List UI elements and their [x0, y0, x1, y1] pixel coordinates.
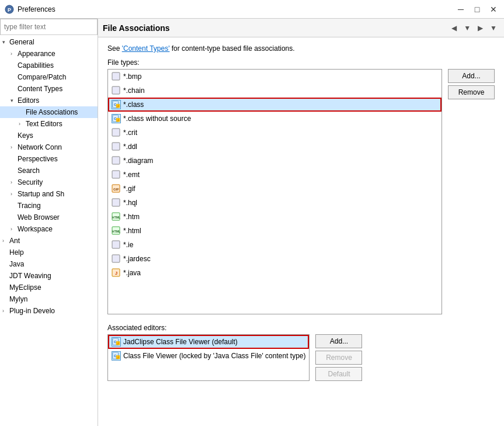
tree-item-content-types[interactable]: Content Types [0, 83, 98, 95]
assoc-row: CJJadClipse Class File Viewer (default)C… [107, 334, 495, 381]
titlebar: P Preferences ─ □ ✕ [0, 0, 504, 19]
svg-text:HTML: HTML [112, 216, 120, 219]
tree-arrow-general: ▾ [2, 39, 9, 45]
tree-label-appearance: Appearance [18, 50, 55, 58]
tree-label-help: Help [9, 248, 24, 257]
list-item[interactable]: *.ie [108, 238, 442, 252]
tree-item-workspace[interactable]: ›Workspace [0, 223, 98, 235]
back-button[interactable]: ◀ [449, 23, 459, 33]
file-type-icon: CJ [112, 100, 121, 109]
file-type-icon [112, 156, 121, 165]
list-item[interactable]: *.hql [108, 196, 442, 210]
tree-item-file-associations[interactable]: File Associations [0, 106, 98, 118]
file-type-label: *.ddl [123, 143, 137, 151]
tree-label-jdt-weaving: JDT Weaving [9, 272, 51, 280]
tree-item-web-browser[interactable]: Web Browser [0, 212, 98, 223]
assoc-default-button[interactable]: Default [315, 367, 362, 381]
minimize-button[interactable]: ─ [455, 4, 467, 15]
svg-rect-12 [112, 129, 120, 136]
list-item[interactable]: J*.java [108, 266, 442, 280]
list-item[interactable]: *.jardesc [108, 252, 442, 266]
tree-label-security: Security [18, 178, 43, 186]
list-item[interactable]: *.bmp [108, 70, 442, 84]
file-types-label: File types: [107, 58, 495, 67]
svg-text:C: C [114, 117, 116, 120]
panel-title: File Associations [103, 23, 170, 33]
tree-arrow-security: › [11, 179, 18, 185]
tree-item-jdt-weaving[interactable]: JDT Weaving [0, 270, 98, 282]
tree-item-help[interactable]: Help [0, 247, 98, 258]
list-item[interactable]: *.ddl [108, 140, 442, 154]
list-item[interactable]: CJ*.class [108, 98, 442, 112]
file-type-icon: GIF [112, 184, 121, 193]
svg-rect-18 [112, 199, 120, 206]
list-item[interactable]: GIF*.gif [108, 182, 442, 196]
file-type-icon [112, 128, 121, 137]
toolbar-actions: ◀ ▼ ▶ ▼ [449, 23, 499, 33]
file-type-label: *.class without source [123, 115, 191, 123]
list-item[interactable]: HTML*.html [108, 224, 442, 238]
tree-label-web-browser: Web Browser [18, 213, 60, 221]
assoc-editor-item[interactable]: CJClass File Viewer (locked by 'Java Cla… [108, 349, 309, 363]
tree-item-plugin-develop[interactable]: ›Plug-in Develo [0, 305, 98, 317]
tree-item-appearance[interactable]: ›Appearance [0, 48, 98, 60]
associated-editors-section: Associated editors: CJJadClipse Class Fi… [107, 324, 495, 381]
content-types-link[interactable]: 'Content Types' [122, 44, 170, 53]
tree-item-general[interactable]: ▾General [0, 36, 98, 48]
file-type-icon: CJ [112, 114, 121, 123]
filter-input[interactable] [0, 19, 98, 35]
main-area: ▾General›AppearanceCapabilitiesCompare/P… [0, 19, 504, 426]
svg-text:J: J [115, 271, 117, 276]
tree-item-compare-patch[interactable]: Compare/Patch [0, 71, 98, 83]
list-item[interactable]: HTML*.htm [108, 210, 442, 224]
file-type-icon [112, 170, 121, 179]
list-item[interactable]: *.chain [108, 84, 442, 98]
assoc-editor-item[interactable]: CJJadClipse Class File Viewer (default) [108, 335, 309, 349]
assoc-remove-button[interactable]: Remove [315, 351, 362, 365]
file-type-remove-button[interactable]: Remove [448, 85, 495, 99]
assoc-editors-list[interactable]: CJJadClipse Class File Viewer (default)C… [107, 334, 310, 381]
tree-item-mylyn[interactable]: Mylyn [0, 293, 98, 305]
tree-item-tracing[interactable]: Tracing [0, 200, 98, 212]
tree-item-perspectives[interactable]: Perspectives [0, 153, 98, 165]
tree-item-search[interactable]: Search [0, 165, 98, 176]
tree-item-text-editors[interactable]: ›Text Editors [0, 118, 98, 130]
assoc-buttons: Add... Remove Default [315, 334, 362, 381]
list-item[interactable]: *.crit [108, 126, 442, 140]
list-item[interactable]: *.emt [108, 168, 442, 182]
tree-item-capabilities[interactable]: Capabilities [0, 60, 98, 71]
close-button[interactable]: ✕ [488, 4, 499, 15]
tree-label-capabilities: Capabilities [18, 61, 54, 70]
file-type-label: *.diagram [123, 157, 153, 165]
file-types-list[interactable]: *.bmp*.chainCJ*.classCJ*.class without s… [107, 69, 442, 314]
file-type-icon [112, 72, 121, 81]
list-item[interactable]: CJ*.class without source [108, 112, 442, 126]
assoc-editor-label: Class File Viewer (locked by 'Java Class… [123, 352, 305, 360]
tree-item-security[interactable]: ›Security [0, 176, 98, 188]
back-dropdown-button[interactable]: ▼ [461, 23, 473, 33]
tree-item-startup-and-sh[interactable]: ›Startup and Sh [0, 188, 98, 200]
description-suffix: for content-type based file associations… [169, 44, 294, 53]
assoc-add-button[interactable]: Add... [315, 334, 362, 348]
tree-label-ant: Ant [9, 237, 20, 245]
file-type-label: *.crit [123, 129, 137, 137]
tree-item-java[interactable]: Java [0, 258, 98, 270]
tree-label-search: Search [18, 167, 40, 175]
tree-item-keys[interactable]: Keys [0, 130, 98, 141]
file-type-label: *.java [123, 269, 141, 277]
left-panel: ▾General›AppearanceCapabilitiesCompare/P… [0, 19, 98, 426]
file-type-add-button[interactable]: Add... [448, 69, 495, 83]
tree-item-editors[interactable]: ▾Editors [0, 95, 98, 106]
tree-item-network-conn[interactable]: ›Network Conn [0, 141, 98, 153]
svg-rect-23 [112, 241, 120, 248]
forward-dropdown-button[interactable]: ▼ [488, 23, 499, 33]
file-type-icon [112, 254, 121, 264]
tree-item-ant[interactable]: ›Ant [0, 235, 98, 247]
file-type-icon: HTML [112, 226, 121, 235]
list-item[interactable]: *.diagram [108, 154, 442, 168]
forward-button[interactable]: ▶ [475, 23, 485, 33]
tree-item-myeclipse[interactable]: MyEclipse [0, 282, 98, 293]
maximize-button[interactable]: □ [471, 4, 483, 15]
file-type-icon [112, 240, 121, 250]
tree-label-content-types: Content Types [18, 85, 62, 93]
